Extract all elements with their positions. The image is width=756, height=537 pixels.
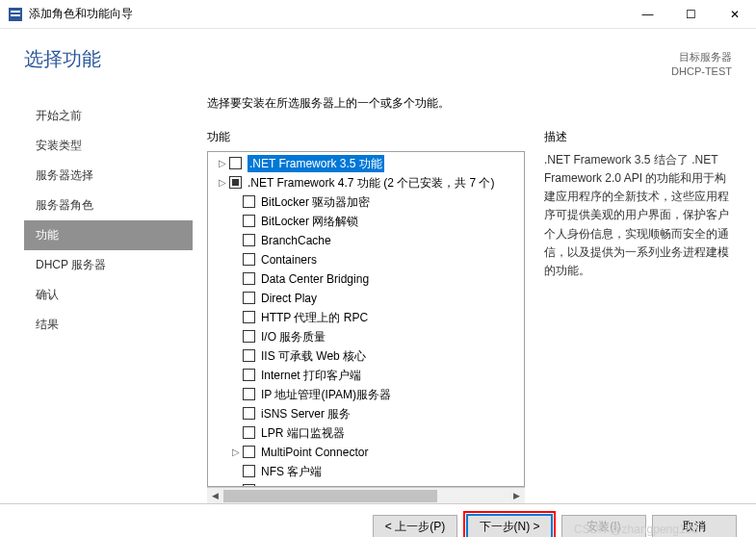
tree-item[interactable]: ▷IP 地址管理(IPAM)服务器 <box>208 385 524 404</box>
tree-item-label: BitLocker 网络解锁 <box>261 213 358 230</box>
tree-item[interactable]: ▷.NET Framework 3.5 功能 <box>208 154 524 173</box>
page-heading: 选择功能 <box>24 46 671 80</box>
tree-item[interactable]: ▷iSNS Server 服务 <box>208 404 524 423</box>
wizard-header: 选择功能 目标服务器 DHCP-TEST <box>0 29 756 90</box>
tree-item[interactable]: ▷Internet 打印客户端 <box>208 366 524 385</box>
scroll-left-icon[interactable]: ◀ <box>207 488 223 503</box>
tree-item-label: Internet 打印客户端 <box>261 367 361 384</box>
tree-item[interactable]: ▷I/O 服务质量 <box>208 327 524 346</box>
wizard-nav: 开始之前安装类型服务器选择服务器角色功能DHCP 服务器确认结果 <box>24 90 193 503</box>
scroll-right-icon[interactable]: ▶ <box>508 488 525 503</box>
checkbox[interactable] <box>243 484 255 487</box>
tree-item-label: NFS 客户端 <box>261 463 322 480</box>
nav-item-server[interactable]: 服务器选择 <box>24 161 193 191</box>
wizard-footer: < 上一步(P) 下一步(N) > 安装(I) 取消 CSDN @zhangpe… <box>0 503 756 537</box>
app-icon <box>8 7 23 22</box>
checkbox[interactable] <box>243 292 255 304</box>
svg-rect-1 <box>11 11 20 13</box>
tree-item-label: Direct Play <box>261 290 317 307</box>
tree-item[interactable]: ▷Containers <box>208 250 524 269</box>
tree-item-label: .NET Framework 3.5 功能 <box>248 155 384 172</box>
next-button[interactable]: 下一步(N) > <box>467 515 552 537</box>
checkbox[interactable] <box>243 215 255 227</box>
tree-item[interactable]: ▷Data Center Bridging <box>208 269 524 289</box>
wizard-main: 选择要安装在所选服务器上的一个或多个功能。 功能 ▷.NET Framework… <box>193 90 732 503</box>
description-text: .NET Framework 3.5 结合了 .NET Framework 2.… <box>544 151 732 280</box>
checkbox[interactable] <box>243 407 255 420</box>
checkbox[interactable] <box>243 195 255 208</box>
tree-item-label: I/O 服务质量 <box>261 328 326 345</box>
nav-item-dhcp[interactable]: DHCP 服务器 <box>24 250 193 280</box>
next-highlight: 下一步(N) > <box>463 511 556 537</box>
tree-item-label: Data Center Bridging <box>261 270 369 288</box>
window-title: 添加角色和功能向导 <box>29 6 626 22</box>
checkbox[interactable] <box>243 369 255 381</box>
close-button[interactable]: ✕ <box>713 0 756 29</box>
tree-item-label: Containers <box>261 251 317 268</box>
checkbox[interactable] <box>243 426 255 439</box>
tree-item-label: BranchCache <box>261 232 331 249</box>
install-button: 安装(I) <box>561 515 646 537</box>
nav-item-roles[interactable]: 服务器角色 <box>24 191 193 220</box>
nav-item-results[interactable]: 结果 <box>24 310 193 340</box>
checkbox[interactable] <box>243 253 255 266</box>
checkbox[interactable] <box>243 330 255 343</box>
checkbox[interactable] <box>243 272 255 285</box>
nav-item-type[interactable]: 安装类型 <box>24 131 193 161</box>
checkbox[interactable] <box>229 157 242 169</box>
target-server-info: 目标服务器 DHCP-TEST <box>671 46 732 80</box>
expander-icon[interactable]: ▷ <box>229 444 243 461</box>
checkbox[interactable] <box>243 465 255 477</box>
tree-item[interactable]: ▷MultiPoint Connector <box>208 443 524 462</box>
tree-item[interactable]: ▷BitLocker 驱动器加密 <box>208 192 524 212</box>
horizontal-scrollbar[interactable]: ◀ ▶ <box>207 487 525 503</box>
checkbox[interactable] <box>229 176 242 189</box>
tree-item[interactable]: ▷RAS Connection Manager Administration K… <box>208 481 524 487</box>
tree-item-label: LPR 端口监视器 <box>261 424 345 442</box>
tree-item[interactable]: ▷IIS 可承载 Web 核心 <box>208 346 524 366</box>
checkbox[interactable] <box>243 446 255 458</box>
scroll-thumb[interactable] <box>223 490 437 502</box>
tree-item[interactable]: ▷LPR 端口监视器 <box>208 423 524 443</box>
tree-item-label: IP 地址管理(IPAM)服务器 <box>261 386 391 403</box>
svg-rect-2 <box>11 14 20 16</box>
tree-item[interactable]: ▷HTTP 代理上的 RPC <box>208 308 524 327</box>
features-tree[interactable]: ▷.NET Framework 3.5 功能▷.NET Framework 4.… <box>207 151 525 487</box>
tree-item[interactable]: ▷BranchCache <box>208 231 524 250</box>
checkbox[interactable] <box>243 311 255 323</box>
tree-item[interactable]: ▷Direct Play <box>208 289 524 308</box>
target-label: 目标服务器 <box>671 50 732 64</box>
tree-item-label: HTTP 代理上的 RPC <box>261 309 368 326</box>
cancel-button[interactable]: 取消 <box>652 515 737 537</box>
tree-item[interactable]: ▷NFS 客户端 <box>208 462 524 481</box>
maximize-button[interactable]: ☐ <box>669 0 713 29</box>
checkbox[interactable] <box>243 234 255 246</box>
checkbox[interactable] <box>243 349 255 362</box>
tree-item[interactable]: ▷BitLocker 网络解锁 <box>208 212 524 231</box>
tree-item[interactable]: ▷.NET Framework 4.7 功能 (2 个已安装，共 7 个) <box>208 173 524 192</box>
window-titlebar: 添加角色和功能向导 — ☐ ✕ <box>0 0 756 29</box>
features-label: 功能 <box>207 129 525 145</box>
tree-item-label: MultiPoint Connector <box>261 444 368 461</box>
target-name: DHCP-TEST <box>671 64 732 79</box>
tree-item-label: .NET Framework 4.7 功能 (2 个已安装，共 7 个) <box>248 174 494 192</box>
tree-item-label: iSNS Server 服务 <box>261 405 351 422</box>
tree-item-label: RAS Connection Manager Administration Ki… <box>261 482 495 487</box>
nav-item-before[interactable]: 开始之前 <box>24 101 193 131</box>
expander-icon[interactable]: ▷ <box>216 174 229 192</box>
previous-button[interactable]: < 上一步(P) <box>373 515 457 537</box>
tree-item-label: BitLocker 驱动器加密 <box>261 193 370 211</box>
description-label: 描述 <box>544 129 732 145</box>
minimize-button[interactable]: — <box>626 0 669 29</box>
instruction-text: 选择要安装在所选服务器上的一个或多个功能。 <box>207 95 732 112</box>
nav-item-features[interactable]: 功能 <box>24 220 193 250</box>
tree-item-label: IIS 可承载 Web 核心 <box>261 347 366 365</box>
nav-item-confirm[interactable]: 确认 <box>24 280 193 310</box>
expander-icon[interactable]: ▷ <box>216 155 229 172</box>
checkbox[interactable] <box>243 388 255 400</box>
